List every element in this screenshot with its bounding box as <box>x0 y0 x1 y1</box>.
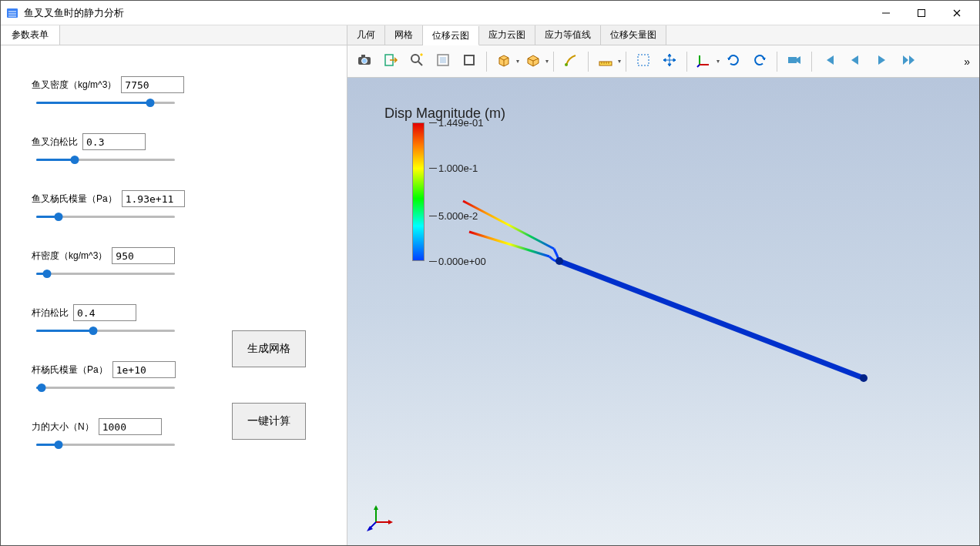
colorbar-tick <box>429 122 437 123</box>
rotate-ccw-button[interactable] <box>747 49 772 74</box>
svg-point-10 <box>565 63 568 66</box>
param-row: 杆泊松比 <box>32 304 193 335</box>
dropdown-arrow-icon[interactable]: ▾ <box>618 58 621 65</box>
param-label: 鱼叉泊松比 <box>32 136 78 149</box>
svg-line-15 <box>469 232 549 256</box>
param-input[interactable] <box>99 418 162 435</box>
move-icon <box>662 52 677 70</box>
svg-rect-4 <box>361 55 365 57</box>
colorbar-tick-label: 1.449e-01 <box>438 117 484 129</box>
zoom-icon <box>409 52 425 70</box>
body: 参数表单 鱼叉密度（kg/m^3）鱼叉泊松比鱼叉杨氏模量（Pa）杆密度（kg/m… <box>1 25 979 545</box>
viewport[interactable]: Disp Magnitude (m) 1.449e-011.000e-15.00… <box>347 78 979 545</box>
param-input[interactable] <box>82 133 146 150</box>
main-tab[interactable]: 应力云图 <box>479 25 535 45</box>
toolbar-separator <box>777 52 777 72</box>
maximize-button[interactable] <box>904 1 939 25</box>
svg-point-3 <box>362 59 368 64</box>
svg-point-6 <box>411 55 419 62</box>
close-button[interactable] <box>939 1 975 25</box>
dropdown-arrow-icon[interactable]: ▾ <box>717 58 720 65</box>
one-click-calc-button[interactable]: 一键计算 <box>232 403 306 440</box>
param-slider[interactable] <box>36 326 175 335</box>
param-slider[interactable] <box>36 212 175 221</box>
axes-button[interactable] <box>692 49 717 74</box>
param-slider[interactable] <box>36 440 175 449</box>
main-tab[interactable]: 位移矢量图 <box>601 25 666 45</box>
camera-view-button[interactable] <box>782 49 807 74</box>
axes-icon <box>696 52 712 70</box>
rotate-cw-button[interactable] <box>721 49 746 74</box>
generate-mesh-button[interactable]: 生成网格 <box>232 330 306 367</box>
result-model <box>455 186 871 386</box>
export-button[interactable] <box>378 49 403 74</box>
dropdown-arrow-icon[interactable]: ▾ <box>516 58 519 65</box>
toolbar-separator <box>486 52 487 72</box>
param-input[interactable] <box>112 247 175 264</box>
main-tab[interactable]: 位移云图 <box>423 26 479 45</box>
sidebar-tab-label: 参数表单 <box>12 28 49 42</box>
play-icon <box>874 52 889 70</box>
box-front-icon <box>496 52 512 70</box>
main-tab[interactable]: 应力等值线 <box>535 25 601 45</box>
svg-rect-12 <box>638 55 649 65</box>
window-title: 鱼叉叉鱼时的静力分析 <box>24 6 124 20</box>
dropdown-arrow-icon[interactable]: ▾ <box>545 58 549 65</box>
sidebar-tab-params[interactable]: 参数表单 <box>1 25 60 45</box>
colorbar-tick-label: 1.000e-1 <box>438 162 478 174</box>
ruler-button[interactable] <box>593 49 618 74</box>
param-label: 鱼叉杨氏模量（Pa） <box>32 193 117 206</box>
param-label: 杆泊松比 <box>32 306 69 320</box>
outline-button[interactable] <box>457 49 482 74</box>
main-tabs: 几何网格位移云图应力云图应力等值线位移矢量图 <box>347 25 979 45</box>
colorbar <box>412 122 425 261</box>
bounding-box-icon <box>435 52 451 70</box>
params-panel: 鱼叉密度（kg/m^3）鱼叉泊松比鱼叉杨氏模量（Pa）杆密度（kg/m^3）杆泊… <box>1 45 347 545</box>
step-back-icon <box>847 52 863 70</box>
camera-view-icon <box>787 52 802 70</box>
camera-button[interactable] <box>352 49 377 74</box>
param-input[interactable] <box>122 190 185 207</box>
skip-start-button[interactable] <box>817 49 841 74</box>
titlebar: 鱼叉叉鱼时的静力分析 <box>1 1 979 25</box>
select-icon <box>636 52 651 70</box>
step-forward-button[interactable] <box>895 49 920 74</box>
step-back-button[interactable] <box>843 49 868 74</box>
param-row: 杆密度（kg/m^3） <box>32 247 193 278</box>
param-label: 杆密度（kg/m^3） <box>32 250 107 263</box>
minimize-button[interactable] <box>868 1 904 25</box>
rotate-cw-icon <box>726 52 741 70</box>
export-icon <box>383 52 398 70</box>
svg-rect-9 <box>465 55 474 65</box>
axes-triad-icon <box>367 504 394 531</box>
param-row: 鱼叉泊松比 <box>32 133 193 164</box>
move-button[interactable] <box>657 49 682 74</box>
svg-marker-22 <box>388 520 393 524</box>
brush-button[interactable] <box>559 49 583 74</box>
select-button[interactable] <box>631 49 656 74</box>
param-slider[interactable] <box>36 98 175 107</box>
play-button[interactable] <box>869 49 894 74</box>
box-persp-icon <box>525 52 541 70</box>
main-tab[interactable]: 网格 <box>385 25 423 45</box>
box-front-button[interactable] <box>492 49 516 74</box>
svg-marker-20 <box>374 505 378 510</box>
main-tab[interactable]: 几何 <box>347 25 385 45</box>
bounding-box-button[interactable] <box>431 49 455 74</box>
param-slider[interactable] <box>36 383 175 392</box>
camera-icon <box>357 52 372 70</box>
param-slider[interactable] <box>36 155 175 164</box>
toolbar-overflow-button[interactable]: » <box>959 55 975 68</box>
param-label: 力的大小（N） <box>32 420 94 434</box>
brush-icon <box>563 52 579 70</box>
param-input[interactable] <box>121 76 184 93</box>
param-input[interactable] <box>112 361 176 378</box>
param-input[interactable] <box>73 304 136 321</box>
svg-point-18 <box>860 374 868 382</box>
app-window: 鱼叉叉鱼时的静力分析 参数表单 鱼叉密度（kg/m^3）鱼叉泊松比鱼叉杨氏模量（… <box>0 0 980 546</box>
outline-icon <box>461 52 477 70</box>
svg-rect-13 <box>788 57 797 63</box>
zoom-button[interactable] <box>404 49 429 74</box>
param-slider[interactable] <box>36 269 175 278</box>
box-persp-button[interactable] <box>521 49 545 74</box>
